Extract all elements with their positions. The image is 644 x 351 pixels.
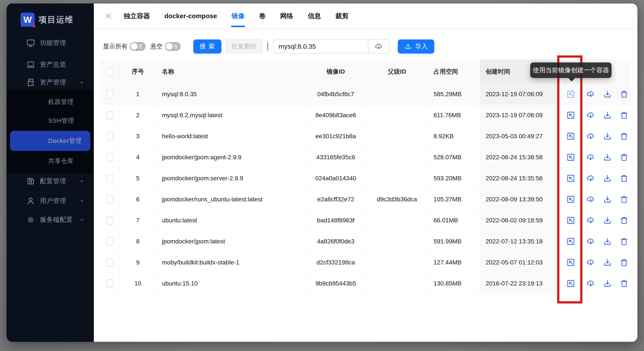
cell-text: 433165fe35c6: [316, 154, 355, 161]
create-container-icon[interactable]: [566, 278, 576, 289]
cloud-download-icon[interactable]: [586, 194, 596, 205]
delete-icon[interactable]: [619, 278, 629, 289]
tab-item-4[interactable]: 网络: [280, 3, 294, 28]
delete-icon[interactable]: [619, 236, 629, 247]
tab-docker-compose[interactable]: docker-compose: [164, 3, 218, 28]
create-container-icon[interactable]: [566, 131, 576, 142]
import-button[interactable]: 导入: [398, 39, 434, 53]
row-checkbox[interactable]: [106, 90, 114, 98]
tab-item-0[interactable]: 独立容器: [123, 3, 150, 28]
column-header: 名称: [156, 60, 305, 83]
row-checkbox[interactable]: [106, 237, 114, 246]
import-button-label: 导入: [415, 42, 428, 51]
save-image-icon[interactable]: [602, 89, 613, 99]
sidebar-item-label: 服务端配置: [40, 215, 73, 224]
sidebar-subitem-shared-repository[interactable]: 共享仓库: [6, 152, 94, 170]
close-icon[interactable]: [101, 9, 115, 23]
cloud-download-icon[interactable]: [586, 236, 596, 247]
delete-icon[interactable]: [619, 194, 629, 205]
search-button[interactable]: 搜 索: [193, 39, 222, 53]
tab-item-5[interactable]: 信息: [307, 3, 321, 28]
cloud-download-icon[interactable]: [586, 215, 596, 226]
cloud-download-icon[interactable]: [586, 110, 596, 120]
table-cell: 2023-05-03 00:49:27: [480, 126, 560, 147]
cloud-download-icon[interactable]: [586, 89, 596, 99]
row-checkbox[interactable]: [106, 195, 114, 204]
save-image-icon[interactable]: [602, 152, 613, 163]
row-checkbox[interactable]: [106, 153, 114, 161]
table-cell: 7: [120, 210, 156, 231]
table-cell: 130.85MB: [428, 273, 480, 294]
save-image-icon[interactable]: [602, 131, 613, 142]
cloud-download-icon[interactable]: [586, 257, 596, 268]
select-all-checkbox[interactable]: [106, 67, 114, 76]
delete-icon[interactable]: [619, 257, 629, 268]
tab-item-3[interactable]: 卷: [259, 3, 266, 28]
tab-item-6[interactable]: 裁剪: [335, 3, 349, 28]
cloud-download-icon[interactable]: [586, 278, 596, 289]
delete-icon[interactable]: [619, 89, 629, 99]
create-container-icon[interactable]: [566, 215, 576, 226]
sidebar-subitem-docker-management[interactable]: Docker管理: [10, 131, 90, 151]
table-cell: [100, 105, 120, 126]
table-cell: 433165fe35c6: [305, 147, 366, 168]
table-cell: d2cf332198ca: [305, 252, 366, 273]
create-container-icon[interactable]: [566, 194, 576, 205]
row-checkbox[interactable]: [106, 132, 114, 140]
chevron-down-icon: [78, 217, 85, 223]
cloud-download-icon[interactable]: [586, 173, 596, 184]
cell-text: mysql:8.0.35: [162, 91, 197, 98]
vertical-divider: [268, 42, 268, 51]
sidebar-item-asset-overview[interactable]: 资产总览: [6, 56, 94, 73]
create-container-icon[interactable]: [566, 236, 576, 247]
pull-image-button[interactable]: [368, 40, 389, 53]
dangling-toggle[interactable]: 否: [165, 42, 180, 51]
row-checkbox[interactable]: [106, 174, 114, 183]
delete-icon[interactable]: [619, 110, 629, 120]
save-image-icon[interactable]: [602, 257, 613, 268]
table-cell: 2: [120, 105, 156, 126]
batch-delete-button[interactable]: 批量删除: [226, 39, 262, 53]
cloud-download-icon[interactable]: [586, 131, 596, 142]
row-checkbox[interactable]: [106, 258, 114, 267]
sidebar-item-config-management[interactable]: 配置管理: [6, 172, 94, 190]
table-cell: [366, 252, 428, 273]
create-container-icon[interactable]: [566, 257, 576, 268]
show-all-toggle[interactable]: 否: [130, 42, 146, 51]
save-image-icon[interactable]: [602, 278, 613, 289]
save-image-icon[interactable]: [602, 110, 613, 120]
delete-icon[interactable]: [619, 215, 629, 226]
delete-icon[interactable]: [619, 131, 629, 142]
create-container-icon[interactable]: [566, 173, 576, 184]
table-cell: jpomdocker/jpom:agent-2.9.9: [156, 147, 305, 168]
cell-text: 1: [136, 91, 140, 98]
table-cell: [560, 105, 582, 126]
tab-item-2[interactable]: 镜像: [231, 3, 245, 28]
save-image-icon[interactable]: [602, 173, 613, 184]
delete-icon[interactable]: [619, 152, 629, 163]
row-checkbox[interactable]: [106, 111, 114, 119]
row-checkbox[interactable]: [106, 279, 114, 288]
save-image-icon[interactable]: [602, 215, 613, 226]
show-all-label: 显示所有: [103, 42, 128, 51]
create-container-icon[interactable]: [566, 152, 576, 163]
sidebar-item-user-management[interactable]: 用户管理: [6, 192, 94, 210]
column-header-label: 占用空间: [434, 67, 458, 76]
sidebar-item-function-management[interactable]: 功能管理: [6, 34, 94, 52]
sidebar-subitem-ssh-management[interactable]: SSH管理: [6, 111, 94, 130]
sidebar-item-asset-management[interactable]: 资产管理: [6, 74, 94, 91]
search-input[interactable]: [274, 40, 368, 53]
app-window: W 项目运维 功能管理资产总览资产管理机器管理SSH管理Docker管理共享仓库…: [6, 3, 638, 342]
save-image-icon[interactable]: [602, 194, 613, 205]
create-container-icon[interactable]: [566, 110, 576, 120]
chevron-up-icon: [78, 79, 85, 86]
cell-text: 2022-07-12 13:35:18: [486, 238, 543, 245]
sidebar-item-server-config[interactable]: 服务端配置: [6, 211, 94, 229]
delete-icon[interactable]: [619, 173, 629, 184]
create-container-icon[interactable]: [566, 89, 576, 99]
sidebar-subitem-machine-management[interactable]: 机器管理: [6, 92, 94, 111]
table-cell: [582, 231, 630, 252]
cloud-download-icon[interactable]: [586, 152, 596, 163]
save-image-icon[interactable]: [602, 236, 613, 247]
row-checkbox[interactable]: [106, 216, 114, 225]
